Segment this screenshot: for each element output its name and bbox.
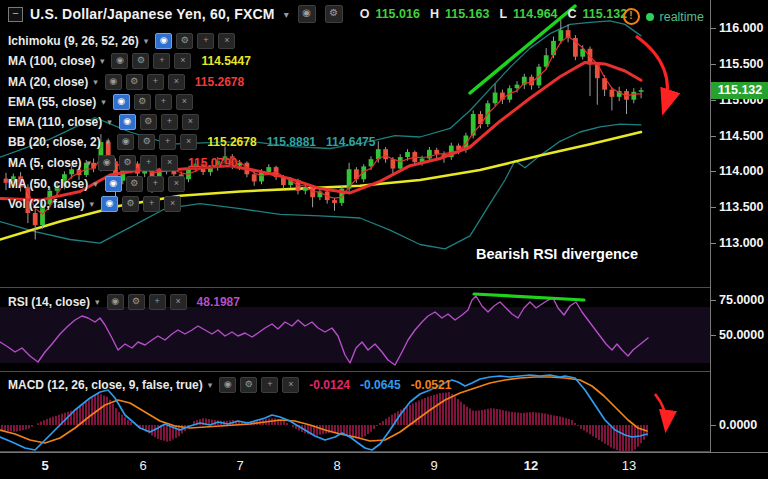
price-axis-label: 50.0000 xyxy=(719,328,764,342)
gear-icon[interactable]: ⚙ xyxy=(138,134,155,150)
high-label: H xyxy=(430,7,439,21)
indicator-label[interactable]: Vol (20, false) xyxy=(8,197,84,211)
indicator-dropdown-caret-icon[interactable]: ▾ xyxy=(93,77,98,87)
eye-toggle-icon[interactable]: ◉ xyxy=(219,377,236,393)
close-icon[interactable]: × xyxy=(218,33,235,49)
eye-toggle-icon[interactable]: ◉ xyxy=(107,294,124,310)
add-icon[interactable]: + xyxy=(197,33,214,49)
price-axis-label: 116.000 xyxy=(719,21,764,35)
indicator-dropdown-caret-icon[interactable]: ▾ xyxy=(144,36,149,46)
indicator-row: Vol (20, false)▾◉⚙+× xyxy=(8,196,181,212)
close-icon[interactable]: × xyxy=(176,94,193,110)
indicator-dropdown-caret-icon[interactable]: ▾ xyxy=(89,199,94,209)
eye-toggle-icon[interactable]: ◉ xyxy=(105,74,122,90)
axis-tick xyxy=(711,243,716,244)
indicator-label[interactable]: MACD (12, 26, close, 9, false, true) xyxy=(8,378,203,392)
add-icon[interactable]: + xyxy=(149,294,166,310)
symbol-dropdown-caret-icon[interactable]: ▾ xyxy=(284,9,289,20)
eye-toggle-icon[interactable]: ◉ xyxy=(119,114,136,130)
candle-body xyxy=(332,200,337,203)
close-icon[interactable]: × xyxy=(170,294,187,310)
pane-separator[interactable] xyxy=(0,371,768,372)
indicator-dropdown-caret-icon[interactable]: ▾ xyxy=(208,380,213,390)
down-arrow-annotation[interactable] xyxy=(636,36,668,110)
indicator-label[interactable]: RSI (14, close) xyxy=(8,295,90,309)
indicator-row: MA (100, close)▾◉⚙+×114.5447 xyxy=(8,53,251,69)
add-icon[interactable]: + xyxy=(147,74,164,90)
indicator-label[interactable]: EMA (110, close) xyxy=(8,115,102,129)
add-icon[interactable]: + xyxy=(143,196,160,212)
add-icon[interactable]: + xyxy=(161,114,178,130)
collapse-icon[interactable]: − xyxy=(8,7,23,22)
price-axis-label: 113.500 xyxy=(719,200,764,214)
indicator-dropdown-caret-icon[interactable]: ▾ xyxy=(100,56,105,66)
gear-icon[interactable]: ⚙ xyxy=(126,74,143,90)
warning-icon[interactable]: ! xyxy=(623,8,640,25)
indicator-dropdown-caret-icon[interactable]: ▾ xyxy=(87,158,92,168)
indicator-label[interactable]: MA (50, close) xyxy=(8,177,88,191)
gear-icon[interactable]: ⚙ xyxy=(325,5,343,23)
indicator-dropdown-caret-icon[interactable]: ▾ xyxy=(95,297,100,307)
gear-icon[interactable]: ⚙ xyxy=(140,114,157,130)
indicator-dropdown-caret-icon[interactable]: ▾ xyxy=(101,97,106,107)
indicator-label[interactable]: MA (20, close) xyxy=(8,75,88,89)
eye-icon[interactable]: ◉ xyxy=(298,5,316,23)
symbol-title[interactable]: U.S. Dollar/Japanese Yen, 60, FXCM xyxy=(30,6,275,22)
candle-body xyxy=(391,159,396,168)
rsi-divergence-trendline[interactable] xyxy=(474,294,584,300)
indicator-label[interactable]: Ichimoku (9, 26, 52, 26) xyxy=(8,34,139,48)
add-icon[interactable]: + xyxy=(147,176,164,192)
eye-toggle-icon[interactable]: ◉ xyxy=(155,33,172,49)
add-icon[interactable]: + xyxy=(155,94,172,110)
current-price-badge: 115.132 xyxy=(711,82,768,99)
eye-toggle-icon[interactable]: ◉ xyxy=(98,155,115,171)
pane-separator[interactable] xyxy=(0,287,768,288)
indicator-label[interactable]: BB (20, close, 2) xyxy=(8,135,101,149)
price-axis-label: 115.500 xyxy=(719,57,764,71)
close-icon[interactable]: × xyxy=(161,155,178,171)
add-icon[interactable]: + xyxy=(159,134,176,150)
divergence-annotation-text[interactable]: Bearish RSI divergence xyxy=(476,246,638,262)
candle-body xyxy=(631,92,636,100)
indicator-dropdown-caret-icon[interactable]: ▾ xyxy=(107,117,112,127)
indicator-label[interactable]: MA (5, close) xyxy=(8,156,82,170)
close-icon[interactable]: × xyxy=(180,134,197,150)
close-icon[interactable]: × xyxy=(168,176,185,192)
eye-toggle-icon[interactable]: ◉ xyxy=(117,134,134,150)
eye-toggle-icon[interactable]: ◉ xyxy=(101,196,118,212)
close-value: 115.132 xyxy=(583,7,628,21)
time-axis[interactable]: 567891213 xyxy=(0,452,768,479)
gear-icon[interactable]: ⚙ xyxy=(122,196,139,212)
indicator-dropdown-caret-icon[interactable]: ▾ xyxy=(106,137,111,147)
indicator-label[interactable]: EMA (55, close) xyxy=(8,95,96,109)
eye-toggle-icon[interactable]: ◉ xyxy=(105,176,122,192)
gear-icon[interactable]: ⚙ xyxy=(176,33,193,49)
add-icon[interactable]: + xyxy=(153,53,170,69)
close-icon[interactable]: × xyxy=(174,53,191,69)
price-axis[interactable]: 116.000115.500115.000114.500114.000113.5… xyxy=(710,0,768,452)
high-value: 115.163 xyxy=(445,7,490,21)
realtime-label: realtime xyxy=(660,10,704,24)
macd-down-arrow-annotation[interactable] xyxy=(655,394,666,428)
gear-icon[interactable]: ⚙ xyxy=(119,155,136,171)
gear-icon[interactable]: ⚙ xyxy=(134,94,151,110)
add-icon[interactable]: + xyxy=(261,377,278,393)
eye-toggle-icon[interactable]: ◉ xyxy=(111,53,128,69)
close-icon[interactable]: × xyxy=(168,74,185,90)
time-axis-label: 6 xyxy=(139,458,146,473)
close-icon[interactable]: × xyxy=(282,377,299,393)
gear-icon[interactable]: ⚙ xyxy=(132,53,149,69)
indicator-value: -0.0521 xyxy=(411,378,452,392)
close-icon[interactable]: × xyxy=(182,114,199,130)
eye-toggle-icon[interactable]: ◉ xyxy=(113,94,130,110)
indicator-dropdown-caret-icon[interactable]: ▾ xyxy=(93,179,98,189)
gear-icon[interactable]: ⚙ xyxy=(128,294,145,310)
gear-icon[interactable]: ⚙ xyxy=(126,176,143,192)
candle-body xyxy=(493,93,498,104)
indicator-value: 115.2678 xyxy=(207,135,256,149)
indicator-label[interactable]: MA (100, close) xyxy=(8,54,95,68)
gear-icon[interactable]: ⚙ xyxy=(240,377,257,393)
add-icon[interactable]: + xyxy=(140,155,157,171)
close-icon[interactable]: × xyxy=(164,196,181,212)
price-axis-label: 0.0000 xyxy=(719,418,757,432)
